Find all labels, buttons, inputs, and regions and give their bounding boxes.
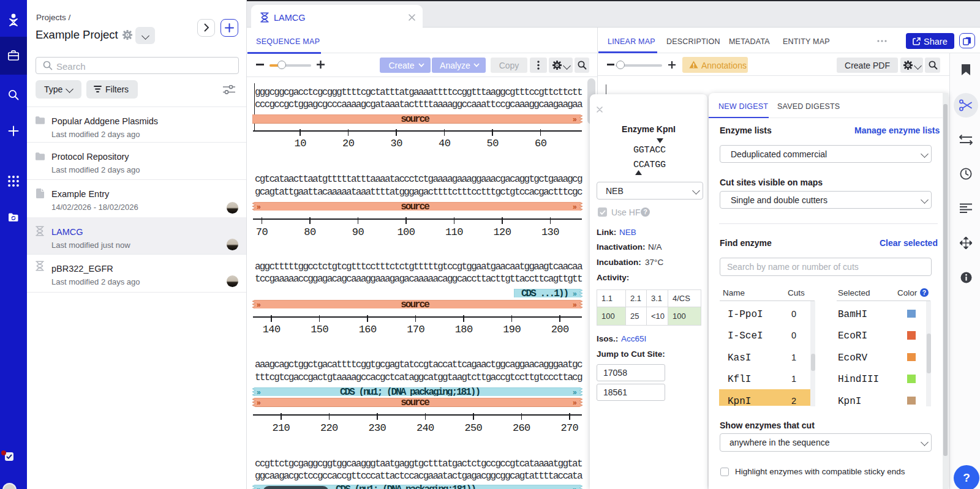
svg-text:»: » bbox=[573, 387, 577, 396]
svg-text:»: » bbox=[573, 202, 577, 211]
svg-text:»: » bbox=[257, 398, 261, 407]
svg-text:»: » bbox=[257, 387, 261, 396]
svg-text:»: » bbox=[257, 485, 261, 489]
svg-text:»: » bbox=[573, 289, 577, 297]
svg-text:CDS ...1)): CDS ...1)) bbox=[521, 289, 568, 298]
svg-text:source: source bbox=[401, 398, 429, 407]
svg-text:source: source bbox=[401, 114, 429, 124]
svg-text:CDS (nu1; (DNA packaging;181)): CDS (nu1; (DNA packaging;181)) bbox=[340, 387, 480, 397]
svg-text:source: source bbox=[401, 202, 429, 211]
svg-text:source: source bbox=[401, 300, 429, 309]
svg-text:»: » bbox=[573, 485, 577, 489]
svg-text:»: » bbox=[573, 398, 577, 407]
svg-text:»: » bbox=[257, 300, 261, 308]
svg-text:CDS (nu1; (DNA packaging;181)): CDS (nu1; (DNA packaging;181)) bbox=[336, 485, 475, 489]
svg-text:»: » bbox=[573, 300, 577, 308]
svg-text:»: » bbox=[257, 202, 261, 211]
svg-text:»: » bbox=[573, 115, 577, 124]
